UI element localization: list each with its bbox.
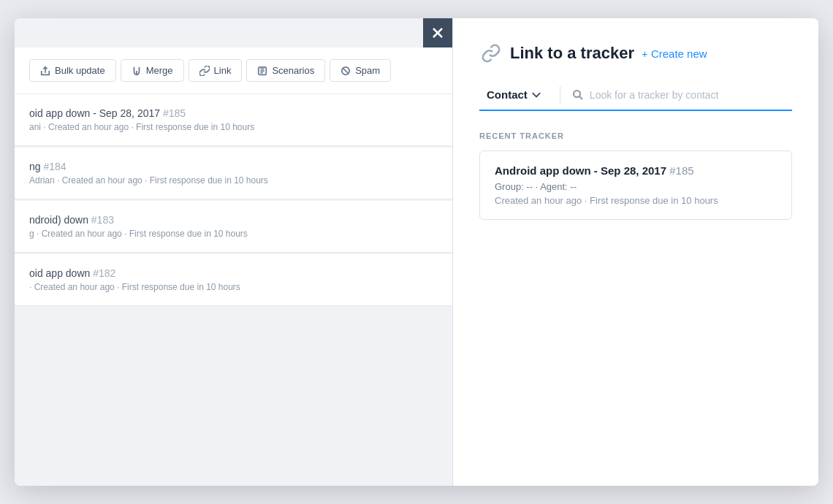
conv-meta: ani · Created an hour ago · First respon… [29, 122, 438, 132]
tracker-card-meta2: Created an hour ago · First response due… [495, 195, 777, 206]
search-icon [572, 89, 584, 101]
scenarios-button[interactable]: Scenarios [246, 59, 325, 82]
conversation-list: oid app down - Sep 28, 2017 #185 ani · C… [15, 94, 452, 486]
modal-container: Bulk update Merge Link [15, 18, 818, 486]
tracker-card[interactable]: Android app down - Sep 28, 2017 #185 Gro… [479, 150, 792, 220]
tracker-card-title: Android app down - Sep 28, 2017 #185 [495, 164, 777, 177]
table-row[interactable]: oid app down - Sep 28, 2017 #185 ani · C… [15, 94, 452, 146]
bulk-update-icon [40, 66, 50, 76]
svg-line-8 [343, 68, 349, 73]
conv-meta: Adrian · Created an hour ago · First res… [29, 175, 438, 186]
conv-title: ndroid) down #183 [29, 214, 438, 226]
toolbar: Bulk update Merge Link [15, 47, 452, 94]
search-input[interactable] [590, 89, 792, 101]
link-to-tracker-icon [479, 42, 503, 65]
conv-meta: g · Created an hour ago · First response… [29, 229, 438, 239]
link-icon-toolbar [199, 66, 210, 76]
conv-title: oid app down #182 [29, 267, 438, 279]
panel-title: Link to a tracker [510, 44, 634, 63]
create-new-link[interactable]: + Create new [642, 47, 707, 60]
right-panel: Link to a tracker + Create new Contact [453, 18, 818, 486]
conv-title: oid app down - Sep 28, 2017 #185 [29, 107, 438, 119]
svg-point-9 [574, 91, 580, 97]
search-input-wrap [572, 89, 792, 101]
close-button[interactable] [423, 18, 452, 47]
svg-line-10 [579, 96, 582, 99]
table-row[interactable]: ndroid) down #183 g · Created an hour ag… [15, 201, 452, 253]
search-bar-row: Contact [479, 83, 792, 111]
vertical-divider [560, 86, 560, 104]
conv-title: ng #184 [29, 161, 438, 172]
close-icon [432, 27, 444, 39]
panel-header: Link to a tracker + Create new [479, 42, 792, 65]
spam-icon [341, 66, 351, 76]
bulk-update-button[interactable]: Bulk update [29, 59, 116, 82]
merge-icon [132, 66, 142, 76]
scenarios-icon [257, 66, 267, 76]
table-row[interactable]: oid app down #182 · Created an hour ago … [15, 254, 452, 306]
contact-dropdown[interactable]: Contact [479, 83, 548, 107]
merge-button[interactable]: Merge [121, 59, 184, 82]
chevron-down-icon [532, 91, 541, 99]
link-button[interactable]: Link [189, 59, 243, 82]
table-row[interactable]: ng #184 Adrian · Created an hour ago · F… [15, 148, 452, 199]
spam-button[interactable]: Spam [330, 59, 391, 82]
conv-meta: · Created an hour ago · First response d… [29, 282, 438, 292]
left-panel: Bulk update Merge Link [15, 18, 453, 486]
tracker-card-meta: Group: -- · Agent: -- [495, 181, 777, 192]
recent-tracker-label: RECENT TRACKER [479, 131, 792, 140]
